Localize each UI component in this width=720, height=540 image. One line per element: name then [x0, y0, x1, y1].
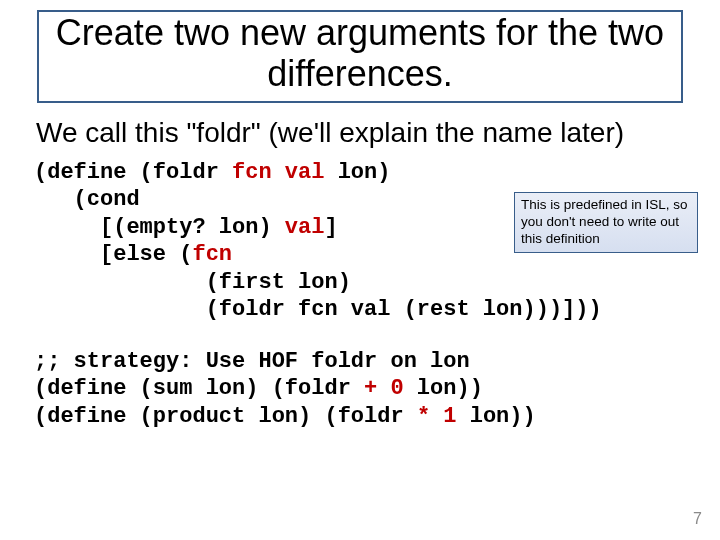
- code-line: lon): [324, 160, 390, 185]
- subheading: We call this "foldr" (we'll explain the …: [36, 117, 692, 149]
- code-line: (define (foldr: [34, 160, 232, 185]
- code-line: (define (sum lon) (foldr: [34, 376, 364, 401]
- code-line: (cond: [34, 187, 140, 212]
- code-highlight: val: [285, 215, 325, 240]
- code-highlight: + 0: [364, 376, 404, 401]
- code-line: [else (: [34, 242, 192, 267]
- code-line: (define (product lon) (foldr: [34, 404, 417, 429]
- title-box: Create two new arguments for the two dif…: [37, 10, 683, 103]
- code-block-strategy: ;; strategy: Use HOF foldr on lon (defin…: [34, 348, 692, 431]
- code-highlight: fcn val: [232, 160, 324, 185]
- code-line: ;; strategy: Use HOF foldr on lon: [34, 349, 470, 374]
- page-number: 7: [693, 510, 702, 528]
- code-line: (foldr fcn val (rest lon)))])): [34, 297, 602, 322]
- code-line: ]: [324, 215, 337, 240]
- slide: Create two new arguments for the two dif…: [0, 0, 720, 540]
- spacer: [28, 324, 692, 348]
- code-highlight: * 1: [417, 404, 457, 429]
- code-line: [(empty? lon): [34, 215, 285, 240]
- code-line: lon)): [404, 376, 483, 401]
- code-line: lon)): [456, 404, 535, 429]
- code-highlight: fcn: [192, 242, 232, 267]
- callout-note: This is predefined in ISL, so you don't …: [514, 192, 698, 253]
- slide-title: Create two new arguments for the two dif…: [53, 12, 667, 95]
- code-line: (first lon): [34, 270, 351, 295]
